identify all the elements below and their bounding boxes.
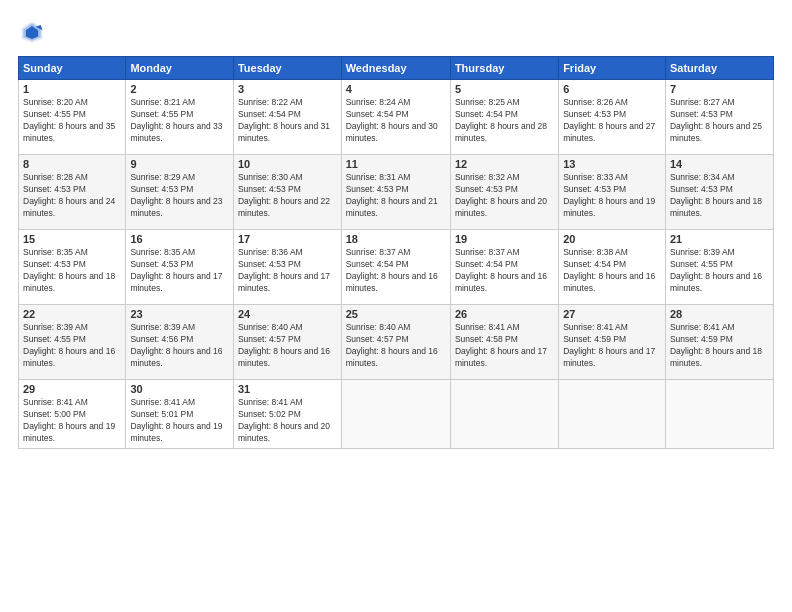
day-number: 4 [346, 83, 446, 95]
calendar-header-row: SundayMondayTuesdayWednesdayThursdayFrid… [19, 57, 774, 80]
calendar-cell: 25Sunrise: 8:40 AMSunset: 4:57 PMDayligh… [341, 305, 450, 380]
calendar-cell: 28Sunrise: 8:41 AMSunset: 4:59 PMDayligh… [665, 305, 773, 380]
logo [18, 18, 50, 46]
calendar-cell: 9Sunrise: 8:29 AMSunset: 4:53 PMDaylight… [126, 155, 234, 230]
calendar-cell: 10Sunrise: 8:30 AMSunset: 4:53 PMDayligh… [233, 155, 341, 230]
day-info: Sunrise: 8:31 AMSunset: 4:53 PMDaylight:… [346, 172, 446, 220]
day-number: 17 [238, 233, 337, 245]
calendar-cell: 3Sunrise: 8:22 AMSunset: 4:54 PMDaylight… [233, 80, 341, 155]
calendar-cell: 26Sunrise: 8:41 AMSunset: 4:58 PMDayligh… [450, 305, 558, 380]
calendar-cell: 2Sunrise: 8:21 AMSunset: 4:55 PMDaylight… [126, 80, 234, 155]
calendar-cell: 11Sunrise: 8:31 AMSunset: 4:53 PMDayligh… [341, 155, 450, 230]
day-number: 14 [670, 158, 769, 170]
day-number: 24 [238, 308, 337, 320]
calendar-cell: 31Sunrise: 8:41 AMSunset: 5:02 PMDayligh… [233, 380, 341, 449]
calendar-cell: 13Sunrise: 8:33 AMSunset: 4:53 PMDayligh… [559, 155, 666, 230]
calendar-cell: 18Sunrise: 8:37 AMSunset: 4:54 PMDayligh… [341, 230, 450, 305]
calendar-cell: 14Sunrise: 8:34 AMSunset: 4:53 PMDayligh… [665, 155, 773, 230]
day-info: Sunrise: 8:38 AMSunset: 4:54 PMDaylight:… [563, 247, 661, 295]
day-number: 29 [23, 383, 121, 395]
day-number: 11 [346, 158, 446, 170]
calendar-cell: 21Sunrise: 8:39 AMSunset: 4:55 PMDayligh… [665, 230, 773, 305]
day-header-sunday: Sunday [19, 57, 126, 80]
day-info: Sunrise: 8:24 AMSunset: 4:54 PMDaylight:… [346, 97, 446, 145]
calendar-cell: 7Sunrise: 8:27 AMSunset: 4:53 PMDaylight… [665, 80, 773, 155]
day-number: 25 [346, 308, 446, 320]
day-number: 8 [23, 158, 121, 170]
calendar-cell: 27Sunrise: 8:41 AMSunset: 4:59 PMDayligh… [559, 305, 666, 380]
day-info: Sunrise: 8:20 AMSunset: 4:55 PMDaylight:… [23, 97, 121, 145]
day-number: 6 [563, 83, 661, 95]
calendar-cell: 30Sunrise: 8:41 AMSunset: 5:01 PMDayligh… [126, 380, 234, 449]
calendar-cell: 17Sunrise: 8:36 AMSunset: 4:53 PMDayligh… [233, 230, 341, 305]
day-info: Sunrise: 8:37 AMSunset: 4:54 PMDaylight:… [455, 247, 554, 295]
day-info: Sunrise: 8:41 AMSunset: 5:02 PMDaylight:… [238, 397, 337, 445]
day-header-thursday: Thursday [450, 57, 558, 80]
calendar-cell [665, 380, 773, 449]
day-number: 15 [23, 233, 121, 245]
day-info: Sunrise: 8:30 AMSunset: 4:53 PMDaylight:… [238, 172, 337, 220]
day-header-tuesday: Tuesday [233, 57, 341, 80]
calendar-cell: 29Sunrise: 8:41 AMSunset: 5:00 PMDayligh… [19, 380, 126, 449]
calendar-cell: 23Sunrise: 8:39 AMSunset: 4:56 PMDayligh… [126, 305, 234, 380]
day-info: Sunrise: 8:25 AMSunset: 4:54 PMDaylight:… [455, 97, 554, 145]
calendar-cell [450, 380, 558, 449]
day-number: 26 [455, 308, 554, 320]
day-header-monday: Monday [126, 57, 234, 80]
page: SundayMondayTuesdayWednesdayThursdayFrid… [0, 0, 792, 612]
day-info: Sunrise: 8:41 AMSunset: 4:58 PMDaylight:… [455, 322, 554, 370]
day-info: Sunrise: 8:41 AMSunset: 5:01 PMDaylight:… [130, 397, 229, 445]
day-header-wednesday: Wednesday [341, 57, 450, 80]
day-info: Sunrise: 8:34 AMSunset: 4:53 PMDaylight:… [670, 172, 769, 220]
calendar-cell: 15Sunrise: 8:35 AMSunset: 4:53 PMDayligh… [19, 230, 126, 305]
day-number: 5 [455, 83, 554, 95]
day-number: 13 [563, 158, 661, 170]
calendar-cell: 5Sunrise: 8:25 AMSunset: 4:54 PMDaylight… [450, 80, 558, 155]
day-info: Sunrise: 8:40 AMSunset: 4:57 PMDaylight:… [238, 322, 337, 370]
day-number: 22 [23, 308, 121, 320]
calendar-table: SundayMondayTuesdayWednesdayThursdayFrid… [18, 56, 774, 449]
day-number: 28 [670, 308, 769, 320]
day-info: Sunrise: 8:29 AMSunset: 4:53 PMDaylight:… [130, 172, 229, 220]
calendar-week-5: 29Sunrise: 8:41 AMSunset: 5:00 PMDayligh… [19, 380, 774, 449]
day-number: 12 [455, 158, 554, 170]
header [18, 18, 774, 46]
day-info: Sunrise: 8:39 AMSunset: 4:56 PMDaylight:… [130, 322, 229, 370]
calendar-cell: 19Sunrise: 8:37 AMSunset: 4:54 PMDayligh… [450, 230, 558, 305]
calendar-cell [559, 380, 666, 449]
day-number: 27 [563, 308, 661, 320]
calendar-week-4: 22Sunrise: 8:39 AMSunset: 4:55 PMDayligh… [19, 305, 774, 380]
day-number: 23 [130, 308, 229, 320]
day-info: Sunrise: 8:26 AMSunset: 4:53 PMDaylight:… [563, 97, 661, 145]
day-info: Sunrise: 8:27 AMSunset: 4:53 PMDaylight:… [670, 97, 769, 145]
day-info: Sunrise: 8:32 AMSunset: 4:53 PMDaylight:… [455, 172, 554, 220]
day-number: 18 [346, 233, 446, 245]
day-info: Sunrise: 8:37 AMSunset: 4:54 PMDaylight:… [346, 247, 446, 295]
day-info: Sunrise: 8:21 AMSunset: 4:55 PMDaylight:… [130, 97, 229, 145]
calendar-week-3: 15Sunrise: 8:35 AMSunset: 4:53 PMDayligh… [19, 230, 774, 305]
calendar-cell: 12Sunrise: 8:32 AMSunset: 4:53 PMDayligh… [450, 155, 558, 230]
calendar-cell: 24Sunrise: 8:40 AMSunset: 4:57 PMDayligh… [233, 305, 341, 380]
day-info: Sunrise: 8:39 AMSunset: 4:55 PMDaylight:… [23, 322, 121, 370]
day-info: Sunrise: 8:40 AMSunset: 4:57 PMDaylight:… [346, 322, 446, 370]
day-info: Sunrise: 8:39 AMSunset: 4:55 PMDaylight:… [670, 247, 769, 295]
day-header-friday: Friday [559, 57, 666, 80]
day-number: 9 [130, 158, 229, 170]
day-info: Sunrise: 8:35 AMSunset: 4:53 PMDaylight:… [23, 247, 121, 295]
day-header-saturday: Saturday [665, 57, 773, 80]
day-info: Sunrise: 8:35 AMSunset: 4:53 PMDaylight:… [130, 247, 229, 295]
calendar-cell: 22Sunrise: 8:39 AMSunset: 4:55 PMDayligh… [19, 305, 126, 380]
day-number: 20 [563, 233, 661, 245]
calendar-cell [341, 380, 450, 449]
day-info: Sunrise: 8:22 AMSunset: 4:54 PMDaylight:… [238, 97, 337, 145]
calendar-week-2: 8Sunrise: 8:28 AMSunset: 4:53 PMDaylight… [19, 155, 774, 230]
calendar-cell: 16Sunrise: 8:35 AMSunset: 4:53 PMDayligh… [126, 230, 234, 305]
calendar-cell: 1Sunrise: 8:20 AMSunset: 4:55 PMDaylight… [19, 80, 126, 155]
calendar-cell: 6Sunrise: 8:26 AMSunset: 4:53 PMDaylight… [559, 80, 666, 155]
calendar-cell: 20Sunrise: 8:38 AMSunset: 4:54 PMDayligh… [559, 230, 666, 305]
calendar-week-1: 1Sunrise: 8:20 AMSunset: 4:55 PMDaylight… [19, 80, 774, 155]
day-info: Sunrise: 8:28 AMSunset: 4:53 PMDaylight:… [23, 172, 121, 220]
day-number: 10 [238, 158, 337, 170]
day-number: 31 [238, 383, 337, 395]
day-number: 21 [670, 233, 769, 245]
